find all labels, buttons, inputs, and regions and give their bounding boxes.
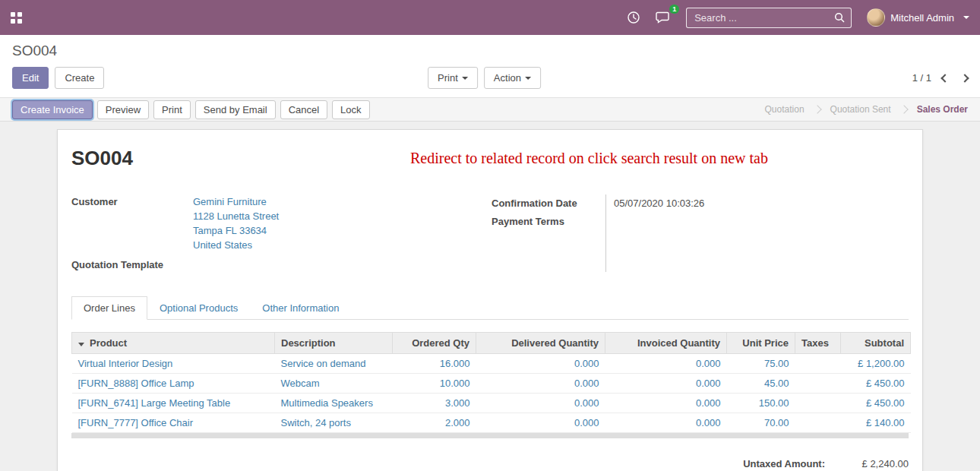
chevron-down-icon [525, 77, 531, 80]
cell-description: Service on demand [275, 354, 393, 374]
content-area: SO004 Redirect to related record on clic… [0, 122, 980, 471]
untaxed-amount-value: £ 2,240.00 [825, 458, 909, 469]
cell-product[interactable]: Virtual Interior Design [72, 354, 275, 374]
cell-taxes [795, 394, 841, 413]
chevron-down-icon [462, 77, 468, 80]
cell-subtotal: £ 450.00 [841, 394, 911, 413]
cell-description: Switch, 24 ports [275, 413, 393, 433]
control-panel: SO004 Edit Create Print Action 1 / 1 [0, 35, 980, 97]
cell-product[interactable]: [FURN_8888] Office Lamp [72, 374, 275, 394]
form-sheet: SO004 Redirect to related record on clic… [57, 129, 923, 471]
tab-order-lines[interactable]: Order Lines [71, 296, 147, 320]
cell-delivered-qty: 0.000 [476, 413, 605, 433]
column-header-ordered-qty[interactable]: Ordered Qty [393, 333, 476, 354]
confirmation-date-value: 05/07/2020 10:03:26 [614, 194, 909, 213]
messages-icon[interactable]: 1 [656, 11, 671, 24]
search-input[interactable] [693, 11, 834, 24]
column-header-delivered-quantity[interactable]: Delivered Quantity [476, 333, 605, 354]
field-groups: Customer Gemini Furniture 1128 Lunetta S… [71, 194, 909, 272]
top-navbar: 1 Mitchell Admin [0, 0, 980, 35]
state-quotation[interactable]: Quotation [765, 104, 805, 115]
column-header-taxes[interactable]: Taxes [795, 333, 841, 354]
create-button[interactable]: Create [55, 67, 104, 89]
order-title: SO004 [71, 147, 133, 170]
right-field-values: 05/07/2020 10:03:26 [605, 194, 909, 272]
column-header-description[interactable]: Description [275, 333, 393, 354]
print-action-group: Print Action [428, 67, 541, 89]
control-panel-buttons-row: Edit Create Print Action 1 / 1 [12, 67, 968, 89]
breadcrumb[interactable]: SO004 [12, 42, 968, 60]
notebook-tabs: Order Lines Optional Products Other Info… [71, 296, 909, 320]
quotation-template-label: Quotation Template [71, 258, 193, 272]
user-menu[interactable]: Mitchell Admin [867, 8, 969, 27]
order-lines-table: Product Description Ordered Qty Delivere… [71, 332, 911, 433]
cell-product[interactable]: [FURN_7777] Office Chair [72, 413, 275, 433]
systray: 1 Mitchell Admin [627, 8, 969, 28]
edit-create-group: Edit Create [12, 67, 104, 89]
cell-invoiced-qty: 0.000 [605, 413, 727, 433]
cell-subtotal: £ 450.00 [841, 374, 911, 394]
preview-button[interactable]: Preview [97, 100, 149, 119]
chevron-down-icon [963, 16, 969, 19]
cell-subtotal: £ 140.00 [841, 413, 911, 433]
totals-section: Untaxed Amount: £ 2,240.00 [71, 458, 909, 469]
column-sort-caret-icon [78, 343, 84, 346]
activities-clock-icon[interactable] [627, 11, 640, 24]
left-field-group: Customer Gemini Furniture 1128 Lunetta S… [71, 194, 492, 272]
status-bar-buttons: Create Invoice Preview Print Send by Ema… [12, 100, 370, 119]
pager-previous-icon[interactable] [940, 74, 949, 82]
cell-delivered-qty: 0.000 [476, 354, 605, 374]
tab-optional-products[interactable]: Optional Products [147, 296, 250, 320]
print-dropdown-button[interactable]: Print [428, 67, 478, 89]
red-annotation-text: Redirect to related record on click sear… [133, 150, 909, 167]
pager-next-icon[interactable] [960, 74, 969, 82]
order-line-row[interactable]: Virtual Interior Design Service on deman… [72, 354, 911, 374]
apps-menu-icon[interactable] [11, 12, 22, 24]
customer-street: 1128 Lunetta Street [193, 209, 492, 223]
send-by-email-button[interactable]: Send by Email [195, 100, 276, 119]
cell-taxes [795, 374, 841, 394]
action-dropdown-button[interactable]: Action [484, 67, 541, 89]
tab-other-information[interactable]: Other Information [250, 296, 351, 320]
column-header-label: Product [90, 337, 127, 349]
customer-value[interactable]: Gemini Furniture 1128 Lunetta Street Tam… [193, 194, 492, 252]
pager-nav [942, 75, 968, 81]
cell-invoiced-qty: 0.000 [605, 374, 727, 394]
pager: 1 / 1 [912, 72, 968, 84]
cell-unit-price: 45.00 [727, 374, 795, 394]
state-quotation-sent[interactable]: Quotation Sent [830, 104, 891, 115]
cell-unit-price: 70.00 [727, 413, 795, 433]
customer-name: Gemini Furniture [193, 194, 492, 209]
cell-taxes [795, 413, 841, 433]
pager-counter: 1 / 1 [912, 72, 931, 84]
state-sales-order[interactable]: Sales Order [917, 104, 968, 115]
chevron-right-icon [813, 105, 821, 113]
table-bottom-strip [71, 433, 909, 438]
cell-subtotal: £ 1,200.00 [841, 354, 911, 374]
cell-ordered-qty: 3.000 [393, 394, 476, 413]
table-header-row: Product Description Ordered Qty Delivere… [72, 333, 911, 354]
edit-button[interactable]: Edit [12, 67, 49, 89]
lock-button[interactable]: Lock [332, 100, 369, 119]
cancel-button[interactable]: Cancel [280, 100, 327, 119]
order-line-row[interactable]: [FURN_7777] Office Chair Switch, 24 port… [72, 413, 911, 433]
column-header-invoiced-quantity[interactable]: Invoiced Quantity [605, 333, 727, 354]
confirmation-date-label: Confirmation Date [492, 194, 605, 213]
print-button[interactable]: Print [153, 100, 191, 119]
column-header-unit-price[interactable]: Unit Price [727, 333, 795, 354]
topbar-search-box [686, 8, 852, 28]
cell-invoiced-qty: 0.000 [605, 354, 727, 374]
status-bar: Create Invoice Preview Print Send by Ema… [0, 97, 980, 122]
cell-product[interactable]: [FURN_6741] Large Meeting Table [72, 394, 275, 413]
cell-description: Multimedia Speakers [275, 394, 393, 413]
column-header-subtotal[interactable]: Subtotal [841, 333, 911, 354]
search-icon[interactable] [834, 12, 845, 23]
user-name: Mitchell Admin [890, 12, 954, 24]
column-header-product[interactable]: Product [72, 333, 275, 354]
create-invoice-button[interactable]: Create Invoice [12, 100, 93, 119]
order-line-row[interactable]: [FURN_8888] Office Lamp Webcam 10.000 0.… [72, 374, 911, 394]
cell-taxes [795, 354, 841, 374]
order-line-row[interactable]: [FURN_6741] Large Meeting Table Multimed… [72, 394, 911, 413]
customer-city: Tampa FL 33634 [193, 223, 492, 238]
sales-order-form-page: { "colors": { "brand": "#875A7B", "accen… [0, 0, 980, 471]
